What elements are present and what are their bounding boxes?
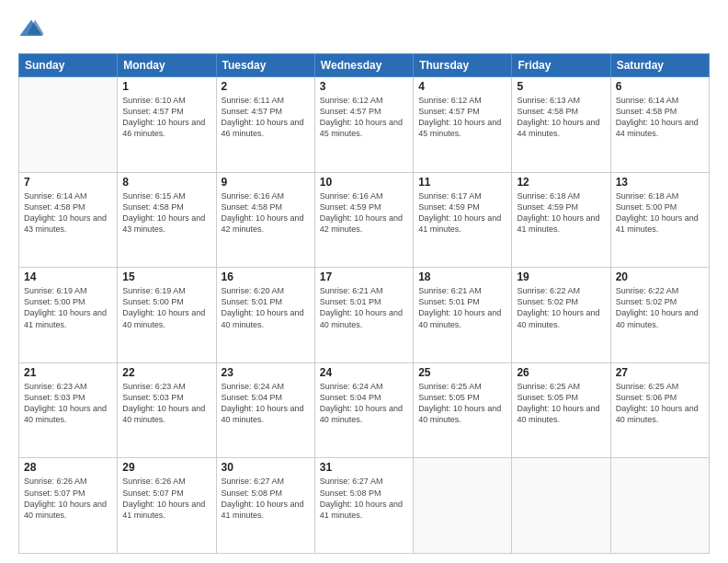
calendar-cell: 18Sunrise: 6:21 AMSunset: 5:01 PMDayligh… xyxy=(414,268,512,363)
day-number: 8 xyxy=(122,176,210,189)
weekday-header-monday: Monday xyxy=(118,54,216,77)
day-number: 9 xyxy=(222,176,310,189)
calendar-cell: 28Sunrise: 6:26 AMSunset: 5:07 PMDayligh… xyxy=(19,458,118,554)
day-info: Sunrise: 6:13 AMSunset: 4:58 PMDaylight:… xyxy=(517,95,605,140)
day-info: Sunrise: 6:17 AMSunset: 4:59 PMDaylight:… xyxy=(418,190,506,236)
calendar-cell xyxy=(610,458,709,554)
day-number: 1 xyxy=(122,80,210,93)
calendar-cell: 24Sunrise: 6:24 AMSunset: 5:04 PMDayligh… xyxy=(314,362,413,458)
day-number: 31 xyxy=(320,461,408,474)
day-info: Sunrise: 6:14 AMSunset: 4:58 PMDaylight:… xyxy=(24,190,112,236)
day-number: 18 xyxy=(418,270,506,283)
logo xyxy=(18,17,46,42)
day-info: Sunrise: 6:24 AMSunset: 5:04 PMDaylight:… xyxy=(320,381,408,426)
day-info: Sunrise: 6:20 AMSunset: 5:01 PMDaylight:… xyxy=(222,285,310,330)
day-info: Sunrise: 6:27 AMSunset: 5:08 PMDaylight:… xyxy=(320,476,408,521)
calendar-cell: 19Sunrise: 6:22 AMSunset: 5:02 PMDayligh… xyxy=(512,268,610,363)
day-info: Sunrise: 6:25 AMSunset: 5:05 PMDaylight:… xyxy=(418,381,506,426)
day-number: 7 xyxy=(24,176,112,189)
day-info: Sunrise: 6:21 AMSunset: 5:01 PMDaylight:… xyxy=(320,285,408,330)
calendar-cell: 22Sunrise: 6:23 AMSunset: 5:03 PMDayligh… xyxy=(118,362,216,458)
calendar-cell: 11Sunrise: 6:17 AMSunset: 4:59 PMDayligh… xyxy=(414,172,512,268)
day-info: Sunrise: 6:26 AMSunset: 5:07 PMDaylight:… xyxy=(24,476,112,521)
weekday-header-row: SundayMondayTuesdayWednesdayThursdayFrid… xyxy=(19,54,710,77)
day-number: 12 xyxy=(517,176,605,189)
day-number: 15 xyxy=(122,270,210,283)
page: SundayMondayTuesdayWednesdayThursdayFrid… xyxy=(0,0,728,563)
calendar-cell: 12Sunrise: 6:18 AMSunset: 4:59 PMDayligh… xyxy=(512,172,610,268)
calendar-cell: 30Sunrise: 6:27 AMSunset: 5:08 PMDayligh… xyxy=(216,458,314,554)
day-info: Sunrise: 6:21 AMSunset: 5:01 PMDaylight:… xyxy=(418,285,506,330)
day-info: Sunrise: 6:27 AMSunset: 5:08 PMDaylight:… xyxy=(222,476,310,521)
day-info: Sunrise: 6:12 AMSunset: 4:57 PMDaylight:… xyxy=(320,95,408,140)
calendar-cell: 26Sunrise: 6:25 AMSunset: 5:05 PMDayligh… xyxy=(512,362,610,458)
day-info: Sunrise: 6:25 AMSunset: 5:06 PMDaylight:… xyxy=(616,381,704,426)
calendar-cell: 15Sunrise: 6:19 AMSunset: 5:00 PMDayligh… xyxy=(118,268,216,363)
calendar-cell: 5Sunrise: 6:13 AMSunset: 4:58 PMDaylight… xyxy=(512,77,610,173)
calendar-cell: 23Sunrise: 6:24 AMSunset: 5:04 PMDayligh… xyxy=(216,362,314,458)
weekday-header-thursday: Thursday xyxy=(414,54,512,77)
day-number: 29 xyxy=(122,461,210,474)
day-info: Sunrise: 6:12 AMSunset: 4:57 PMDaylight:… xyxy=(418,95,506,140)
calendar-cell: 6Sunrise: 6:14 AMSunset: 4:58 PMDaylight… xyxy=(610,77,709,173)
calendar-week-row: 7Sunrise: 6:14 AMSunset: 4:58 PMDaylight… xyxy=(19,172,710,268)
day-info: Sunrise: 6:22 AMSunset: 5:02 PMDaylight:… xyxy=(517,285,605,330)
day-number: 21 xyxy=(24,366,112,379)
calendar-cell: 10Sunrise: 6:16 AMSunset: 4:59 PMDayligh… xyxy=(314,172,413,268)
calendar-cell: 8Sunrise: 6:15 AMSunset: 4:58 PMDaylight… xyxy=(118,172,216,268)
calendar-cell: 27Sunrise: 6:25 AMSunset: 5:06 PMDayligh… xyxy=(610,362,709,458)
calendar-cell: 17Sunrise: 6:21 AMSunset: 5:01 PMDayligh… xyxy=(314,268,413,363)
calendar-cell: 3Sunrise: 6:12 AMSunset: 4:57 PMDaylight… xyxy=(314,77,413,173)
day-info: Sunrise: 6:25 AMSunset: 5:05 PMDaylight:… xyxy=(517,381,605,426)
day-number: 27 xyxy=(616,366,704,379)
day-info: Sunrise: 6:24 AMSunset: 5:04 PMDaylight:… xyxy=(222,381,310,426)
day-number: 20 xyxy=(616,270,704,283)
day-number: 16 xyxy=(222,270,310,283)
day-info: Sunrise: 6:14 AMSunset: 4:58 PMDaylight:… xyxy=(616,95,704,140)
day-info: Sunrise: 6:10 AMSunset: 4:57 PMDaylight:… xyxy=(122,95,210,140)
day-info: Sunrise: 6:26 AMSunset: 5:07 PMDaylight:… xyxy=(122,476,210,521)
day-number: 14 xyxy=(24,270,112,283)
calendar-cell: 1Sunrise: 6:10 AMSunset: 4:57 PMDaylight… xyxy=(118,77,216,173)
day-number: 13 xyxy=(616,176,704,189)
day-number: 10 xyxy=(320,176,408,189)
weekday-header-friday: Friday xyxy=(512,54,610,77)
day-number: 24 xyxy=(320,366,408,379)
calendar-week-row: 1Sunrise: 6:10 AMSunset: 4:57 PMDaylight… xyxy=(19,77,710,173)
day-number: 30 xyxy=(222,461,310,474)
day-number: 2 xyxy=(222,80,310,93)
calendar-cell: 20Sunrise: 6:22 AMSunset: 5:02 PMDayligh… xyxy=(610,268,709,363)
calendar-week-row: 28Sunrise: 6:26 AMSunset: 5:07 PMDayligh… xyxy=(19,458,710,554)
calendar-cell: 21Sunrise: 6:23 AMSunset: 5:03 PMDayligh… xyxy=(19,362,118,458)
day-info: Sunrise: 6:22 AMSunset: 5:02 PMDaylight:… xyxy=(616,285,704,330)
day-info: Sunrise: 6:16 AMSunset: 4:59 PMDaylight:… xyxy=(320,190,408,236)
day-number: 28 xyxy=(24,461,112,474)
calendar-cell: 2Sunrise: 6:11 AMSunset: 4:57 PMDaylight… xyxy=(216,77,314,173)
day-number: 26 xyxy=(517,366,605,379)
day-number: 22 xyxy=(122,366,210,379)
day-number: 19 xyxy=(517,270,605,283)
day-number: 17 xyxy=(320,270,408,283)
day-info: Sunrise: 6:15 AMSunset: 4:58 PMDaylight:… xyxy=(122,190,210,236)
day-info: Sunrise: 6:18 AMSunset: 4:59 PMDaylight:… xyxy=(517,190,605,236)
day-info: Sunrise: 6:11 AMSunset: 4:57 PMDaylight:… xyxy=(222,95,310,140)
calendar-cell: 16Sunrise: 6:20 AMSunset: 5:01 PMDayligh… xyxy=(216,268,314,363)
day-info: Sunrise: 6:23 AMSunset: 5:03 PMDaylight:… xyxy=(24,381,112,426)
calendar-cell: 29Sunrise: 6:26 AMSunset: 5:07 PMDayligh… xyxy=(118,458,216,554)
weekday-header-sunday: Sunday xyxy=(19,54,118,77)
logo-icon xyxy=(18,17,44,42)
calendar-cell: 13Sunrise: 6:18 AMSunset: 5:00 PMDayligh… xyxy=(610,172,709,268)
calendar-week-row: 21Sunrise: 6:23 AMSunset: 5:03 PMDayligh… xyxy=(19,362,710,458)
calendar-cell: 7Sunrise: 6:14 AMSunset: 4:58 PMDaylight… xyxy=(19,172,118,268)
weekday-header-wednesday: Wednesday xyxy=(314,54,413,77)
day-info: Sunrise: 6:19 AMSunset: 5:00 PMDaylight:… xyxy=(24,285,112,330)
weekday-header-saturday: Saturday xyxy=(610,54,709,77)
calendar-cell xyxy=(19,77,118,173)
day-number: 11 xyxy=(418,176,506,189)
day-info: Sunrise: 6:16 AMSunset: 4:58 PMDaylight:… xyxy=(222,190,310,236)
calendar-cell xyxy=(414,458,512,554)
day-number: 4 xyxy=(418,80,506,93)
day-number: 23 xyxy=(222,366,310,379)
day-number: 3 xyxy=(320,80,408,93)
day-number: 5 xyxy=(517,80,605,93)
